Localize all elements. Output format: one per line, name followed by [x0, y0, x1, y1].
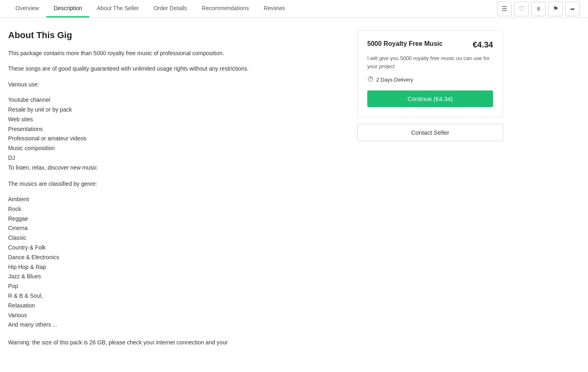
tab-description[interactable]: Description	[46, 0, 89, 17]
package-delivery: ⏱ 2 Days Delivery	[367, 76, 493, 83]
genre-list-item: Country & Folk	[8, 243, 341, 253]
use-list-item: Presentations	[8, 125, 341, 134]
nav-tabs: Overview Description About The Seller Or…	[8, 0, 497, 17]
continue-button[interactable]: Continue (€4.34)	[367, 90, 493, 107]
flag-icon: ⚑	[553, 5, 558, 13]
use-list-item: Professional or amateur videos	[8, 134, 341, 144]
warning-paragraph: Warning: the size of this pack is 26 GB,…	[8, 338, 341, 347]
use-list-item: Web sites	[8, 115, 341, 125]
tab-recommendations[interactable]: Recommendations	[194, 0, 256, 17]
use-list-item: Music composition	[8, 144, 341, 153]
use-list: Youtube channelResale by unit or by pack…	[8, 95, 341, 172]
genre-list-item: Jazz & Blues	[8, 272, 341, 282]
genre-list-item: Rock	[8, 204, 341, 214]
count-button[interactable]: 8	[531, 2, 546, 16]
nav-actions: ☰ ♡ 8 ⚑ ➦	[497, 2, 580, 16]
tab-about-the-seller[interactable]: About The Seller	[89, 0, 146, 17]
genre-list-item: Ambient	[8, 195, 341, 204]
genre-list: AmbientRockReggaeCinemaClassicCountry & …	[8, 195, 341, 330]
package-header: 5000 Royalty Free Music €4.34	[367, 40, 493, 49]
content-left: About This Gig This package contains mor…	[8, 30, 341, 353]
genre-list-item: Classic	[8, 233, 341, 243]
use-list-item: DJ	[8, 153, 341, 163]
tab-reviews[interactable]: Reviews	[256, 0, 293, 17]
genre-list-item: Pop	[8, 282, 341, 291]
genre-list-item: Dance & Electronics	[8, 253, 341, 262]
content-right: 5000 Royalty Free Music €4.34 I will giv…	[357, 30, 503, 353]
genre-list-item: Various	[8, 311, 341, 320]
use-list-item: To listen, relax, discover new music	[8, 163, 341, 173]
tab-order-details[interactable]: Order Details	[146, 0, 194, 17]
delivery-text: 2 Days Delivery	[376, 77, 413, 83]
use-list-item: Youtube channel	[8, 95, 341, 105]
genre-list-item: Reggae	[8, 214, 341, 224]
contact-seller-button[interactable]: Contact Seller	[357, 124, 503, 141]
intro-paragraph: This package contains more than 5000 roy…	[8, 49, 341, 58]
genre-list-item: Cinema	[8, 224, 341, 233]
package-title: 5000 Royalty Free Music	[367, 40, 443, 47]
flag-button[interactable]: ⚑	[548, 2, 563, 16]
heart-icon: ♡	[519, 5, 524, 13]
genre-label: The musics are classified by genre:	[8, 179, 341, 188]
package-card: 5000 Royalty Free Music €4.34 I will giv…	[357, 30, 503, 117]
section-title: About This Gig	[8, 30, 341, 41]
quality-paragraph: These songs are of good quality guarante…	[8, 64, 341, 73]
share-button[interactable]: ➦	[565, 2, 580, 16]
favorite-button[interactable]: ♡	[514, 2, 529, 16]
package-price: €4.34	[473, 40, 493, 49]
package-description: I will give you 5000 royalty free music …	[367, 54, 493, 70]
tab-overview[interactable]: Overview	[8, 0, 46, 17]
share-icon: ➦	[570, 6, 575, 12]
main-content: About This Gig This package contains mor…	[0, 18, 588, 366]
genre-list-item: Hip Hop & Rap	[8, 262, 341, 272]
menu-icon: ☰	[502, 5, 507, 13]
gig-description: This package contains more than 5000 roy…	[8, 49, 341, 347]
use-list-item: Resale by unit or by pack	[8, 105, 341, 115]
top-navigation: Overview Description About The Seller Or…	[0, 0, 588, 18]
genre-list-item: And many others ...	[8, 320, 341, 330]
menu-button[interactable]: ☰	[497, 2, 512, 16]
genre-list-item: R & B & Soul,	[8, 291, 341, 301]
clock-icon: ⏱	[367, 76, 374, 83]
genre-list-item: Relaxation	[8, 301, 341, 311]
various-use-label: Various use:	[8, 80, 341, 89]
